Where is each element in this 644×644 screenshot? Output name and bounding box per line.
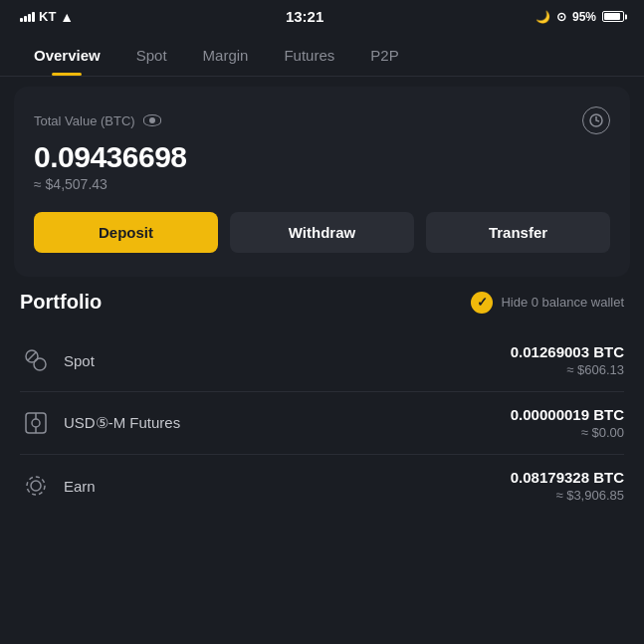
transfer-button[interactable]: Transfer [426, 212, 610, 253]
total-value-label: Total Value (BTC) [34, 113, 135, 128]
futures-btc: 0.00000019 BTC [511, 406, 624, 423]
nav-tabs: Overview Spot Margin Futures P2P [0, 29, 644, 77]
tab-spot[interactable]: Spot [118, 37, 185, 76]
portfolio-item-earn[interactable]: Earn 0.08179328 BTC ≈ $3,906.85 [20, 455, 624, 517]
futures-values: 0.00000019 BTC ≈ $0.00 [511, 406, 624, 440]
eye-icon[interactable] [143, 114, 161, 126]
hide-zero-label: Hide 0 balance wallet [501, 295, 624, 310]
spot-values: 0.01269003 BTC ≈ $606.13 [511, 343, 624, 377]
earn-values: 0.08179328 BTC ≈ $3,906.85 [511, 469, 624, 503]
earn-icon [20, 470, 52, 502]
time-display: 13:21 [286, 8, 323, 25]
usd-approx-value: ≈ $4,507.43 [34, 176, 610, 192]
svg-point-5 [32, 419, 40, 427]
svg-point-9 [31, 481, 41, 491]
portfolio-section: Portfolio ✓ Hide 0 balance wallet Spot 0… [14, 291, 630, 517]
total-value-left: Total Value (BTC) [34, 113, 161, 128]
spot-usd: ≈ $606.13 [511, 362, 624, 377]
wallet-card: Total Value (BTC) 0.09436698 ≈ $4,507.43… [14, 87, 630, 277]
svg-line-3 [28, 352, 36, 360]
portfolio-item-spot[interactable]: Spot 0.01269003 BTC ≈ $606.13 [20, 329, 624, 392]
checkmark-icon: ✓ [477, 295, 488, 310]
camera-icon: ⊙ [556, 10, 566, 24]
svg-point-2 [34, 358, 46, 370]
status-left: KT ▲ [20, 9, 74, 25]
deposit-button[interactable]: Deposit [34, 212, 218, 253]
check-circle-icon: ✓ [471, 292, 493, 314]
futures-icon [20, 407, 52, 439]
battery-percent: 95% [572, 10, 596, 24]
tab-futures[interactable]: Futures [266, 37, 352, 76]
portfolio-item-futures[interactable]: USD⑤-M Futures 0.00000019 BTC ≈ $0.00 [20, 392, 624, 455]
moon-icon: 🌙 [536, 10, 550, 24]
action-buttons: Deposit Withdraw Transfer [34, 212, 610, 253]
status-bar: KT ▲ 13:21 🌙 ⊙ 95% [0, 0, 644, 29]
item-left-spot: Spot [20, 344, 95, 376]
tab-p2p[interactable]: P2P [352, 37, 416, 76]
futures-label: USD⑤-M Futures [64, 414, 180, 432]
status-right: 🌙 ⊙ 95% [536, 10, 624, 24]
wifi-icon: ▲ [60, 9, 74, 25]
spot-label: Spot [64, 352, 95, 369]
tab-margin[interactable]: Margin [185, 37, 267, 76]
spot-icon [20, 344, 52, 376]
tab-overview[interactable]: Overview [16, 37, 118, 76]
earn-usd: ≈ $3,906.85 [511, 488, 624, 503]
hide-zero-toggle[interactable]: ✓ Hide 0 balance wallet [471, 292, 624, 314]
earn-btc: 0.08179328 BTC [511, 469, 624, 486]
earn-label: Earn [64, 478, 96, 495]
signal-bars-icon [20, 12, 35, 22]
futures-usd: ≈ $0.00 [511, 425, 624, 440]
total-value-header: Total Value (BTC) [34, 107, 610, 134]
portfolio-title: Portfolio [20, 291, 102, 314]
svg-point-8 [27, 477, 45, 495]
spot-btc: 0.01269003 BTC [511, 343, 624, 360]
carrier-label: KT [39, 9, 56, 24]
item-left-earn: Earn [20, 470, 96, 502]
item-left-futures: USD⑤-M Futures [20, 407, 180, 439]
withdraw-button[interactable]: Withdraw [230, 212, 414, 253]
battery-icon [602, 11, 624, 22]
history-icon[interactable] [582, 107, 610, 134]
btc-value: 0.09436698 [34, 140, 610, 174]
portfolio-header: Portfolio ✓ Hide 0 balance wallet [20, 291, 624, 314]
